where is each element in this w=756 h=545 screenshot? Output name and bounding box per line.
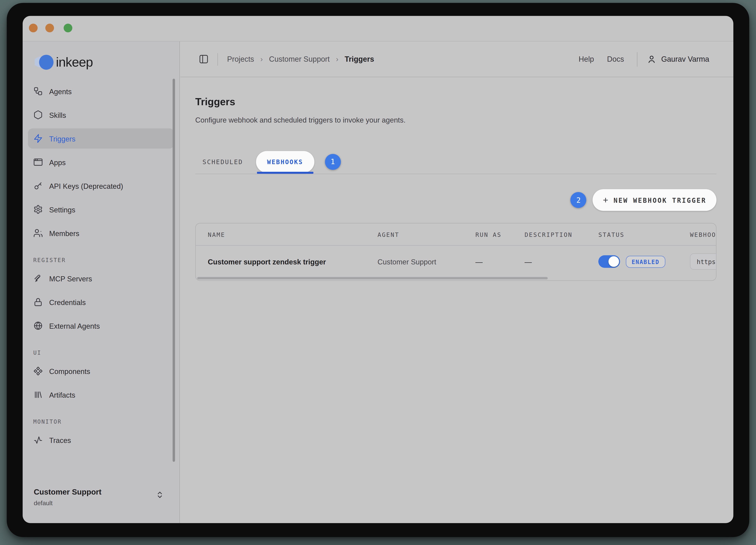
traffic-zoom-button[interactable] [64,24,72,32]
hexagon-icon [33,110,43,120]
page-title: Triggers [195,95,716,109]
sidebar-item-apps[interactable]: Apps [28,152,174,172]
sidebar-item-skills[interactable]: Skills [28,105,174,125]
mcp-icon [33,274,43,283]
new-webhook-trigger-label: NEW WEBHOOK TRIGGER [613,196,706,204]
tab-bar: SCHEDULED WEBHOOKS 1 [195,149,716,174]
project-name: Customer Support [34,488,171,497]
sidebar-item-api-keys[interactable]: API Keys (Deprecated) [28,175,174,196]
sidebar-section-ui: UI [33,349,174,356]
new-webhook-trigger-button[interactable]: + NEW WEBHOOK TRIGGER [593,189,716,211]
sidebar-item-components[interactable]: Components [28,361,174,381]
column-header-name: NAME [208,223,225,246]
graph-name: default [34,500,171,507]
project-switcher[interactable]: Customer Support default [34,488,171,507]
sidebar-item-artifacts[interactable]: Artifacts [28,385,174,405]
sidebar-item-traces[interactable]: Traces [28,430,174,450]
sidebar-item-triggers[interactable]: Triggers [28,128,174,148]
header-divider [637,52,637,66]
trigger-description-cell: — [524,246,532,278]
sidebar-item-label: Components [49,367,90,375]
users-icon [33,228,43,238]
sidebar-item-label: Credentials [49,298,86,306]
column-header-description: DESCRIPTION [524,223,572,246]
status-toggle[interactable] [598,255,620,268]
page-content: Triggers Configure webhook and scheduled… [195,95,716,281]
tab-webhooks-wrap: WEBHOOKS [256,149,314,173]
annotation-step-1-badge: 1 [325,154,341,170]
breadcrumb-triggers: Triggers [345,55,374,63]
sidebar-toggle-icon[interactable] [199,54,209,64]
tab-webhooks[interactable]: WEBHOOKS [256,151,314,172]
sidebar: inkeep Agents Skills Triggers Apps [23,42,180,523]
sidebar-item-label: Apps [49,158,66,166]
user-icon [647,55,656,64]
breadcrumb: Projects › Customer Support › Triggers [227,55,374,63]
brand-wordmark: inkeep [56,55,93,70]
key-icon [33,181,43,190]
sidebar-item-label: Artifacts [49,391,75,399]
workflow-icon [33,86,43,96]
header-divider [217,53,218,65]
sidebar-item-label: Settings [49,205,75,213]
sidebar-item-members[interactable]: Members [28,223,174,243]
column-header-status: STATUS [598,223,624,246]
sidebar-item-settings[interactable]: Settings [28,199,174,219]
titlebar [23,16,733,42]
brand-logo[interactable]: inkeep [34,54,179,70]
column-header-agent: AGENT [378,223,399,246]
annotation-step-2-badge: 2 [571,192,586,208]
user-menu[interactable]: Gaurav Varma [647,55,709,64]
column-header-run-as: RUN AS [475,223,502,246]
sidebar-item-label: External Agents [49,322,100,330]
breadcrumb-projects[interactable]: Projects [227,55,254,63]
traffic-minimize-button[interactable] [45,24,54,32]
zap-icon [33,134,43,143]
chevron-right-icon: › [336,55,338,63]
sidebar-item-label: MCP Servers [49,274,92,283]
sidebar-section-register: REGISTER [33,257,174,263]
actions-row: 2 + NEW WEBHOOK TRIGGER [195,189,716,211]
component-icon [33,366,43,376]
app-window: inkeep Agents Skills Triggers Apps [23,16,733,523]
gear-icon [33,204,43,214]
app-window-icon [33,157,43,167]
active-tab-underline [257,172,313,174]
traffic-close-button[interactable] [29,24,38,32]
globe-icon [33,321,43,331]
sidebar-scrollbar-thumb[interactable] [173,79,175,462]
table-header-row: NAME AGENT RUN AS DESCRIPTION STATUS WEB… [196,223,716,246]
webhook-url-cell[interactable]: https [690,253,716,270]
sidebar-item-credentials[interactable]: Credentials [28,292,174,312]
sidebar-item-label: Traces [49,436,71,444]
breadcrumb-customer-support[interactable]: Customer Support [269,55,330,63]
sidebar-item-mcp-servers[interactable]: MCP Servers [28,268,174,289]
trigger-run-as-cell: — [475,246,483,278]
main-area: Projects › Customer Support › Triggers H… [180,42,733,523]
column-header-webhook-url: WEBHOOK URL [690,223,716,246]
plus-icon: + [603,195,608,205]
sidebar-item-label: Triggers [49,134,75,143]
activity-icon [33,435,43,445]
docs-link[interactable]: Docs [607,55,624,63]
sidebar-item-external-agents[interactable]: External Agents [28,316,174,336]
sidebar-item-label: Skills [49,111,66,119]
help-link[interactable]: Help [579,55,594,63]
table-row[interactable]: Customer support zendesk trigger Custome… [196,246,716,278]
lock-icon [33,297,43,307]
sidebar-item-label: Members [49,229,79,237]
sidebar-item-label: API Keys (Deprecated) [49,182,123,190]
header-right: Help Docs Gaurav Varma [579,52,709,66]
status-badge: ENABLED [626,256,665,268]
trigger-name-cell: Customer support zendesk trigger [208,246,326,278]
tab-scheduled[interactable]: SCHEDULED [195,158,250,165]
trigger-agent-cell: Customer Support [378,246,436,278]
sidebar-item-label: Agents [49,87,72,95]
sidebar-item-agents[interactable]: Agents [28,81,174,101]
triggers-table: NAME AGENT RUN AS DESCRIPTION STATUS WEB… [195,223,716,281]
chevron-right-icon: › [260,55,263,63]
sidebar-section-monitor: MONITOR [33,418,174,425]
table-horizontal-scrollbar-thumb[interactable] [197,277,548,280]
sidebar-nav: Agents Skills Triggers Apps API Keys (De… [23,81,179,450]
user-name: Gaurav Varma [661,55,709,63]
